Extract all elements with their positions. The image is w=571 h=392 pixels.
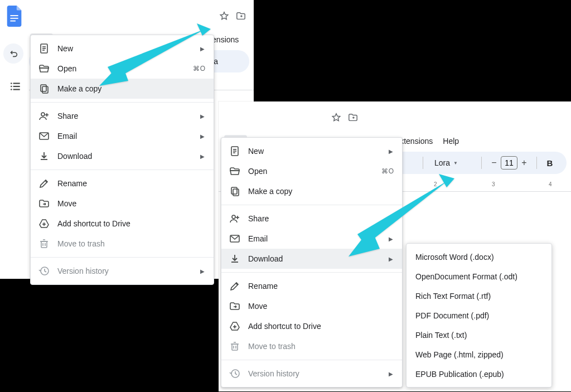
folder-open-icon <box>229 166 240 177</box>
submenu-arrow-icon: ▶ <box>389 148 394 154</box>
menu-item-label: Add shortcut to Drive <box>57 219 206 228</box>
doc-plus-icon <box>229 146 240 157</box>
menu-item-label: Version history <box>57 267 192 275</box>
menu-item-label: Move to trash <box>57 239 206 248</box>
star-icon[interactable] <box>331 113 341 123</box>
docs-logo-icon[interactable] <box>3 5 26 27</box>
envelope-icon <box>38 130 50 142</box>
download-icon <box>38 151 50 162</box>
download-format-option[interactable]: Rich Text Format (.rtf) <box>407 286 551 306</box>
svg-rect-28 <box>10 18 18 19</box>
submenu-arrow-icon: ▶ <box>200 153 206 159</box>
pencil-icon <box>229 280 240 292</box>
submenu-arrow-icon: ▶ <box>200 133 206 139</box>
download-submenu: Microsoft Word (.docx)OpenDocument Forma… <box>406 243 552 388</box>
menu-item-add-shortcut-to-drive[interactable]: Add shortcut to Drive <box>221 316 402 336</box>
menu-item-rename[interactable]: Rename <box>31 173 214 193</box>
menu-item-move-to-trash: Move to trash <box>31 234 214 254</box>
menu-item-move[interactable]: Move <box>221 296 402 316</box>
ruler-number: 3 <box>492 181 495 187</box>
submenu-arrow-icon: ▶ <box>200 268 206 274</box>
person-plus-icon <box>38 110 50 122</box>
menu-help[interactable]: Help <box>438 135 464 147</box>
menu-item-download[interactable]: Download▶ <box>31 146 214 166</box>
font-size-decrease[interactable]: − <box>487 155 501 171</box>
folder-open-icon <box>38 63 50 74</box>
download-format-option[interactable]: EPUB Publication (.epub) <box>407 364 551 384</box>
menu-item-label: Move <box>248 302 394 311</box>
menu-item-add-shortcut-to-drive[interactable]: Add shortcut to Drive <box>31 214 214 234</box>
menu-item-rename[interactable]: Rename <box>221 276 402 296</box>
svg-rect-29 <box>10 21 16 22</box>
outline-toggle[interactable] <box>0 75 31 97</box>
font-size-input[interactable]: 11 <box>501 156 517 170</box>
move-to-folder-icon[interactable] <box>348 113 358 123</box>
menu-item-label: Email <box>57 132 192 141</box>
copy-icon <box>229 186 240 197</box>
envelope-icon <box>229 233 240 244</box>
trash-icon <box>229 341 240 352</box>
callout-arrow-download <box>349 174 454 260</box>
font-family-label: Lora <box>434 158 450 167</box>
menu-item-email[interactable]: Email▶ <box>31 126 214 146</box>
bold-button[interactable]: B <box>543 158 557 168</box>
menu-item-label: Rename <box>248 282 394 291</box>
drive-plus-icon <box>38 218 50 229</box>
menu-item-label: Share <box>57 112 192 120</box>
history-icon <box>229 368 240 379</box>
menu-item-label: Rename <box>57 179 206 188</box>
ruler-number: 4 <box>549 181 552 187</box>
drive-plus-icon <box>229 321 240 332</box>
download-icon <box>229 253 240 264</box>
submenu-arrow-icon: ▶ <box>389 371 394 377</box>
folder-move-icon <box>229 301 240 312</box>
trash-icon <box>38 238 50 249</box>
undo-button[interactable] <box>3 43 23 64</box>
menu-item-version-history: Version history▶ <box>221 364 402 384</box>
person-plus-icon <box>229 213 240 224</box>
menu-item-move-to-trash: Move to trash <box>221 336 402 356</box>
menu-item-label: Version history <box>248 369 381 378</box>
menu-item-label: Add shortcut to Drive <box>248 322 394 331</box>
menu-item-new[interactable]: New▶ <box>221 141 402 161</box>
font-size-increase[interactable]: + <box>517 155 531 171</box>
menu-item-label: Move to trash <box>248 342 394 351</box>
doc-plus-icon <box>38 43 50 54</box>
folder-move-icon <box>38 198 50 209</box>
move-to-folder-icon[interactable] <box>236 11 246 21</box>
menu-item-version-history: Version history▶ <box>31 261 214 281</box>
download-format-option[interactable]: Web Page (.html, zipped) <box>407 345 551 364</box>
submenu-arrow-icon: ▶ <box>200 113 206 119</box>
menu-item-share[interactable]: Share▶ <box>31 106 214 126</box>
star-icon[interactable] <box>219 11 229 21</box>
download-format-option[interactable]: Plain Text (.txt) <box>407 325 551 345</box>
svg-rect-27 <box>10 15 18 16</box>
menu-item-label: New <box>248 147 381 156</box>
menu-item-move[interactable]: Move <box>31 193 214 214</box>
menu-item-label: Download <box>57 152 192 161</box>
callout-arrow-make-copy <box>99 23 211 93</box>
pencil-icon <box>38 178 50 189</box>
chevron-down-icon: ▼ <box>453 161 458 166</box>
menu-item-label: Move <box>57 199 206 208</box>
download-format-option[interactable]: PDF Document (.pdf) <box>407 306 551 325</box>
font-family-select[interactable]: Lora ▼ <box>429 156 476 170</box>
history-icon <box>38 265 50 277</box>
download-format-option[interactable]: OpenDocument Format (.odt) <box>407 267 551 286</box>
font-size-control: − 11 + <box>487 155 531 171</box>
copy-icon <box>38 83 50 94</box>
titlebar <box>219 101 571 134</box>
